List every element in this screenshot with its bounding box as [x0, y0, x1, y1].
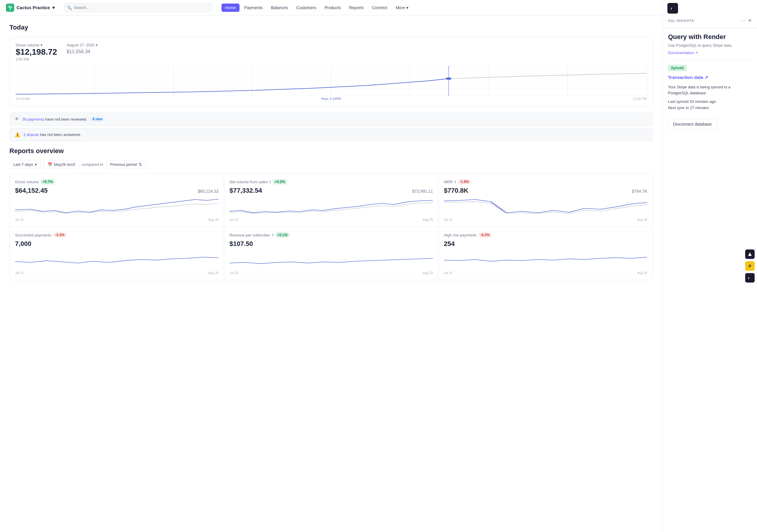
panel-render-header: r: [663, 0, 757, 14]
today-card: Gross volume ▾ $12,198.72 1:00 PM August…: [10, 37, 653, 107]
chart-labels: 12:00 AM Now, 4:14PM 11:59 PM: [16, 97, 647, 101]
payments-text: have not been reviewed.: [45, 117, 87, 122]
rs-start: Jul 31: [229, 271, 238, 275]
high-risk-value: 254: [444, 240, 455, 248]
mrr-label: MRR: [444, 180, 453, 184]
date-range-btn[interactable]: 📅 May28-Jun3: [44, 160, 79, 169]
succ-pay-value: 7,000: [15, 240, 31, 248]
nav-item-payments[interactable]: Payments: [241, 4, 266, 12]
svg-marker-17: [748, 252, 752, 256]
eye-icon: 👁: [15, 116, 19, 122]
nav-item-balances[interactable]: Balances: [267, 4, 291, 12]
warning-icon: ⚠️: [15, 132, 20, 137]
revenue-subscriber-card: Revenue per subscriber ℹ +0.1% $107.50 J…: [224, 227, 438, 280]
successful-payments-card: Successful payments -3.3% 7,000 Jul 31 A…: [10, 227, 224, 280]
dock-render-bottom[interactable]: r: [745, 273, 755, 282]
panel-section-label: SQL INSIGHTS: [668, 19, 694, 22]
top-nav: Cactus Practice ▾ 🔍 Home Payments Balanc…: [0, 0, 662, 15]
last-synced: Last synced 33 minutes ago: [668, 99, 752, 104]
svg-text:r: r: [748, 276, 750, 280]
succ-pay-label: Successful payments: [15, 233, 51, 237]
transaction-link[interactable]: Transaction data ↗: [668, 75, 752, 80]
dispute-link[interactable]: 1 dispute: [23, 133, 39, 137]
high-risk-label: High risk payments: [444, 233, 477, 237]
nav-item-reports[interactable]: Reports: [346, 4, 367, 12]
succ-pay-change: -3.3%: [53, 232, 67, 238]
dispute-alert: ⚠️ 1 dispute has not been answered.: [10, 128, 653, 141]
mrr-secondary: $784.7K: [632, 189, 647, 193]
gross-vol-label: Gross volume: [15, 180, 39, 184]
panel-header: SQL INSIGHTS ··· ✕: [663, 14, 757, 28]
reports-title: Reports overview: [10, 147, 653, 155]
gross-vol-value: $64,152.45: [15, 187, 47, 194]
rev-sub-info: ℹ: [272, 233, 274, 237]
gross-vol-secondary: $60,124.33: [198, 189, 219, 193]
panel-title: Query with Render: [668, 33, 752, 41]
reports-filters: Last 7 days ▾ 📅 May28-Jun3 compared to P…: [10, 160, 653, 169]
next-sync: Next sync in 27 minutes: [668, 105, 752, 110]
gross-vol-change: +6.7%: [41, 179, 55, 185]
dispute-text: has not been answered.: [40, 133, 81, 137]
payments-alert: 👁 39 payments have not been reviewed. 8 …: [10, 113, 653, 126]
mrr-change: -1.9%: [458, 179, 471, 185]
compared-text: compared to: [82, 162, 103, 167]
period-filter-btn[interactable]: Last 7 days ▾: [10, 160, 41, 169]
dock-p-icon[interactable]: P: [745, 261, 755, 271]
sp-end: Aug 29: [208, 271, 219, 275]
dock-render-top[interactable]: [745, 250, 755, 259]
synced-badge: Synced: [668, 65, 687, 71]
gross-volume-value: $12,198.72: [16, 47, 57, 57]
today-title: Today: [10, 24, 653, 31]
comparison-btn[interactable]: Previous period ⇅: [106, 160, 145, 169]
panel-body: Query with Render Use PostgreSQL to quer…: [663, 28, 757, 135]
mrr-info: ℹ: [454, 180, 456, 184]
panel-subtitle: Use PostgreSQL to query Stripe data.: [668, 43, 752, 47]
nav-item-products[interactable]: Products: [321, 4, 344, 12]
panel-header-icons: ··· ✕: [741, 18, 752, 23]
nav-item-more[interactable]: More ▾: [392, 4, 412, 12]
net-vol-label: Net volume from sales: [229, 180, 268, 184]
nav-items: Home Payments Balances Customers Product…: [222, 4, 412, 12]
svg-text:r: r: [671, 6, 672, 11]
gv-end: Aug 29: [208, 218, 219, 222]
search-input[interactable]: [64, 3, 212, 12]
today-chart: [16, 66, 647, 96]
brand[interactable]: Cactus Practice ▾: [6, 4, 55, 12]
panel-close-btn[interactable]: ✕: [748, 18, 752, 23]
disconnect-database-btn[interactable]: Disconnect database: [668, 119, 717, 130]
net-vol-info: ℹ: [269, 180, 271, 184]
net-vol-secondary: $73,991.11: [412, 189, 433, 193]
hr-start: Jul 31: [444, 271, 452, 275]
hr-end: Aug 29: [637, 271, 647, 275]
metric-time: 1:00 PM: [16, 57, 57, 62]
net-vol-change: +4.2%: [273, 179, 287, 185]
high-risk-card: High risk payments -0.2% 254 Jul 31 Aug …: [439, 227, 652, 280]
panel-divider-1: [668, 60, 752, 60]
mrr-value: $770.8K: [444, 187, 469, 194]
gv-start: Jul 31: [15, 218, 24, 222]
nv-end: Aug 29: [423, 218, 433, 222]
mrr-card: MRR ℹ -1.9% $770.8K $784.7K Jul 31 A: [439, 174, 652, 227]
chart-now: Now, 4:14PM: [321, 97, 341, 101]
gross-volume-label[interactable]: Gross volume ▾: [16, 43, 57, 47]
net-vol-value: $77,332.54: [229, 187, 262, 194]
date-value: $11,556.34: [67, 49, 98, 54]
nv-start: Jul 31: [229, 218, 238, 222]
mrr-end: Aug 29: [637, 218, 647, 222]
panel-more-btn[interactable]: ···: [741, 18, 745, 23]
nav-item-home[interactable]: Home: [222, 4, 239, 12]
sp-start: Jul 31: [15, 271, 24, 275]
nav-item-customers[interactable]: Customers: [293, 4, 320, 12]
search-icon: 🔍: [67, 5, 72, 10]
rev-sub-label: Revenue per subscriber: [229, 233, 270, 237]
doc-link[interactable]: Documentation ↗: [668, 50, 752, 55]
mrr-start: Jul 31: [444, 218, 452, 222]
cactus-icon: [6, 4, 14, 12]
brand-name: Cactus Practice: [16, 5, 50, 10]
brand-chevron: ▾: [52, 5, 55, 10]
chart-end: 11:59 PM: [633, 97, 647, 101]
date-label[interactable]: August 27, 2020 ▾: [67, 43, 98, 47]
metrics-grid: Gross volume +6.7% $64,152.45 $60,124.33…: [10, 173, 653, 280]
payments-link[interactable]: 39 payments: [22, 117, 44, 122]
nav-item-connect[interactable]: Connect: [369, 4, 391, 12]
